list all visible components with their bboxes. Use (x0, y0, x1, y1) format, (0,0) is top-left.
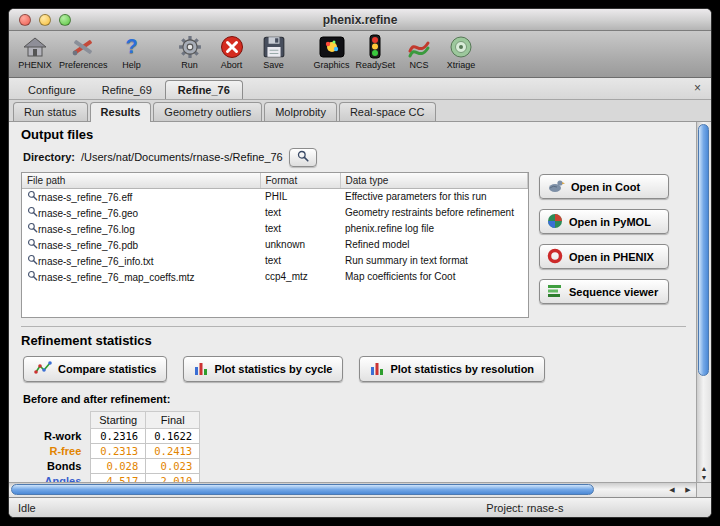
open-in-phenix-button[interactable]: Open in PHENIX (539, 244, 669, 269)
file-format: unknown (260, 237, 340, 253)
stat-final-value: 2.010 (146, 474, 200, 483)
traffic-light-icon (368, 33, 382, 60)
help-icon: ? (125, 33, 137, 60)
preferences-tools-icon (70, 33, 96, 60)
project-label: Project: rnase-s (486, 502, 563, 514)
coot-bird-icon (547, 179, 565, 195)
button-label: Plot statistics by resolution (390, 363, 534, 375)
toolbar-button-run[interactable]: Run (172, 33, 208, 70)
tab-run-status[interactable]: Run status (13, 102, 88, 121)
stats-row-angles: Angles 4.517 2.010 (35, 474, 200, 483)
column-header-file-path[interactable]: File path (22, 173, 260, 189)
file-format: text (260, 253, 340, 269)
stat-starting-value: 4.517 (91, 474, 146, 483)
close-tab-icon[interactable]: × (694, 81, 701, 95)
column-header-format[interactable]: Format (260, 173, 340, 189)
search-icon (27, 272, 38, 283)
zoom-window-button[interactable] (59, 14, 71, 26)
toolbar-button-save[interactable]: Save (256, 33, 292, 70)
scroll-right-arrow-icon[interactable]: ▶ (685, 486, 690, 494)
toolbar-label: PHENIX (18, 60, 52, 70)
toolbar-button-phenix[interactable]: PHENIX (17, 33, 53, 70)
vertical-scroll-thumb[interactable] (698, 124, 709, 376)
xtriage-icon (449, 33, 473, 60)
file-name: rnase-s_refine_76.geo (38, 208, 138, 219)
file-row[interactable]: rnase-s_refine_76.eff PHIL Effective par… (22, 189, 528, 205)
file-row[interactable]: rnase-s_refine_76.pdb unknown Refined mo… (22, 237, 528, 253)
button-label: Plot statistics by cycle (214, 363, 332, 375)
refinement-statistics-heading: Refinement statistics (21, 332, 686, 349)
file-row[interactable]: rnase-s_refine_76_map_coeffs.mtz ccp4_mt… (22, 269, 528, 285)
file-data-type: Refined model (340, 237, 528, 253)
horizontal-scrollbar[interactable] (9, 483, 664, 497)
column-header-data-type[interactable]: Data type (340, 173, 528, 189)
search-icon (27, 192, 38, 203)
scroll-down-arrow-icon[interactable]: ▼ (701, 474, 708, 481)
status-text: Idle (18, 502, 36, 514)
file-data-type: phenix.refine log file (340, 221, 528, 237)
scroll-up-arrow-icon[interactable]: ▲ (701, 465, 708, 472)
phenix-ring-icon (547, 248, 563, 266)
search-icon (27, 208, 38, 219)
file-format: PHIL (260, 189, 340, 205)
abort-icon (220, 33, 244, 60)
toolbar-label: Graphics (314, 60, 350, 70)
minimize-window-button[interactable] (39, 14, 51, 26)
traffic-lights (19, 14, 71, 26)
pymol-icon (547, 213, 563, 231)
search-icon (27, 240, 38, 251)
button-label: Sequence viewer (569, 286, 658, 298)
toolbar-label: Preferences (59, 60, 108, 70)
toolbar-button-ncs[interactable]: NCS (401, 33, 437, 70)
browse-directory-button[interactable] (289, 148, 317, 167)
tab-refine-76[interactable]: Refine_76 (165, 80, 243, 99)
stats-row-r-free: R-free 0.2313 0.2413 (35, 444, 200, 459)
titlebar[interactable]: phenix.refine (9, 9, 711, 31)
run-gear-icon (178, 33, 202, 60)
table-header-row: File path Format Data type (22, 173, 528, 189)
toolbar-button-xtriage[interactable]: Xtriage (443, 33, 479, 70)
tab-real-space-cc[interactable]: Real-space CC (339, 102, 436, 121)
toolbar-button-graphics[interactable]: Graphics (314, 33, 350, 70)
open-in-coot-button[interactable]: Open in Coot (539, 174, 669, 199)
ncs-icon (406, 33, 432, 60)
file-name: rnase-s_refine_76.eff (38, 192, 132, 203)
stat-final-value: 0.023 (146, 459, 200, 474)
file-action-buttons: Open in Coot Open in PyMOL Open in PHENI… (539, 172, 669, 318)
toolbar-label: Run (181, 60, 198, 70)
button-label: Open in Coot (571, 181, 640, 193)
plot-by-resolution-button[interactable]: Plot statistics by resolution (359, 356, 545, 382)
toolbar-button-preferences[interactable]: Preferences (59, 33, 108, 70)
tab-refine-69[interactable]: Refine_69 (89, 80, 165, 99)
file-data-type: Map coefficients for Coot (340, 269, 528, 285)
stat-starting-value: 0.2316 (91, 429, 146, 444)
toolbar-button-help[interactable]: ? Help (114, 33, 150, 70)
sequence-viewer-button[interactable]: Sequence viewer (539, 279, 669, 304)
tab-geometry-outliers[interactable]: Geometry outliers (153, 102, 262, 121)
tab-configure[interactable]: Configure (15, 80, 89, 99)
tab-results[interactable]: Results (90, 102, 152, 122)
plot-by-cycle-button[interactable]: Plot statistics by cycle (183, 356, 343, 382)
compare-statistics-button[interactable]: Compare statistics (23, 356, 167, 382)
file-row[interactable]: rnase-s_refine_76.geo text Geometry rest… (22, 205, 528, 221)
toolbar-button-readyset[interactable]: ReadySet (356, 33, 396, 70)
scrollbar-corner (696, 483, 711, 497)
toolbar-button-abort[interactable]: Abort (214, 33, 250, 70)
vertical-scrollbar[interactable]: ▲ ▼ (696, 122, 711, 482)
file-row[interactable]: rnase-s_refine_76.log text phenix.refine… (22, 221, 528, 237)
tab-molprobity[interactable]: Molprobity (264, 102, 337, 121)
file-name: rnase-s_refine_76_map_coeffs.mtz (38, 272, 195, 283)
close-window-button[interactable] (19, 14, 31, 26)
file-name: rnase-s_refine_76_info.txt (38, 256, 154, 267)
open-in-pymol-button[interactable]: Open in PyMOL (539, 209, 669, 234)
horizontal-scroll-thumb[interactable] (11, 484, 594, 495)
sub-tab-bar: Run status Results Geometry outliers Mol… (9, 100, 711, 122)
toolbar: PHENIX Preferences ? Help Run Abort (9, 31, 711, 78)
directory-value: /Users/nat/Documents/rnase-s/Refine_76 (81, 151, 283, 163)
statistics-buttons: Compare statistics Plot statistics by cy… (23, 356, 686, 382)
results-panel: Output files Directory: /Users/nat/Docum… (9, 122, 696, 482)
before-after-label: Before and after refinement: (23, 393, 686, 405)
scroll-left-arrow-icon[interactable]: ◀ (669, 486, 674, 494)
file-row[interactable]: rnase-s_refine_76_info.txt text Run summ… (22, 253, 528, 269)
directory-label: Directory: (23, 151, 75, 163)
